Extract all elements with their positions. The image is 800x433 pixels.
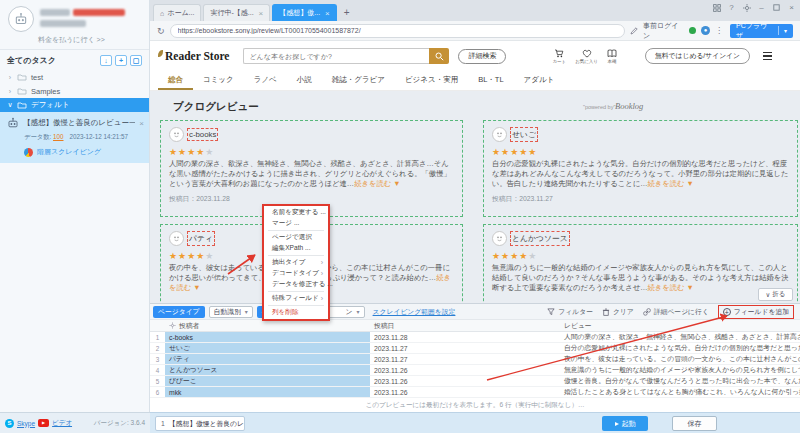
menu-item-special-field[interactable]: 特殊フィールド›	[264, 293, 328, 304]
nav-tab-business[interactable]: ビジネス・実用	[395, 71, 468, 90]
table-row[interactable]: 6mkk2023.11.26婚活したことある身としてはなんとも胸が痛むこれ、いろ…	[150, 387, 800, 398]
menu-item-extract-type[interactable]: 抽出タイプ›	[264, 257, 328, 268]
close-task-icon[interactable]: ×	[139, 119, 144, 128]
tab-current-task[interactable]: 【感想】傲... ×	[272, 4, 337, 21]
url-input[interactable]	[170, 24, 625, 38]
menu-item-select-on-page[interactable]: ページで選択	[264, 232, 328, 243]
folder-icon	[17, 73, 27, 81]
edit-pencil-icon[interactable]	[630, 27, 638, 35]
new-task-button[interactable]: ▢	[130, 55, 142, 66]
collapse-label: 折る	[772, 290, 785, 299]
new-group-button[interactable]: +	[115, 55, 127, 66]
table-row[interactable]: 1c-books2023.11.28人間の業の深さ、欲深さ、無神経さ、無関心さ、…	[150, 332, 800, 343]
tab-running-task[interactable]: 実行中-【感... ×	[203, 4, 270, 21]
advanced-search-button[interactable]: 詳細検索	[458, 49, 506, 64]
save-button[interactable]: 保存	[672, 416, 717, 431]
nav-tab-adult[interactable]: アダルト	[514, 71, 565, 90]
reviewer-name[interactable]: パティ	[189, 233, 213, 244]
cart-button[interactable]: カート	[552, 49, 566, 64]
task-item[interactable]: 【感想】傲慢と善良のレビュー一覧(ソニ... × データ数: 100 2023-…	[0, 112, 149, 163]
tree-item-samples[interactable]: › Samples	[0, 84, 149, 98]
table-header: 投稿者 投稿日 レビュー	[150, 320, 800, 332]
settings-gear-icon[interactable]	[742, 3, 751, 12]
run-button[interactable]: 起動	[602, 416, 648, 431]
review-card[interactable]: せいご ★★★★★ 自分の恋愛観が丸裸にされたような気分。自分だけの個別的な思考…	[483, 120, 798, 217]
tab-home[interactable]: ⌂ ホーム...	[153, 4, 201, 21]
new-tab-button[interactable]: +	[339, 7, 355, 18]
video-link[interactable]: ビデオ	[52, 419, 72, 428]
read-more-link[interactable]: 続きを読む ▼	[647, 179, 693, 188]
nav-tab-bltl[interactable]: BL・TL	[468, 71, 513, 90]
goto-detail-page-button[interactable]: 詳細ページに行く	[643, 307, 709, 317]
nav-tab-comic[interactable]: コミック	[193, 71, 244, 90]
reviewer-name[interactable]: c-books	[189, 130, 216, 139]
nav-tab-novel[interactable]: 小説	[287, 71, 322, 90]
search-button[interactable]	[429, 48, 449, 64]
browser-mode-button[interactable]: PCブラウザ ▾	[730, 24, 793, 38]
store-logo[interactable]: Reader Store	[158, 50, 229, 62]
menu-item-merge[interactable]: マージ ...	[264, 218, 328, 229]
grid-menu-icon[interactable]	[712, 3, 721, 12]
tree-item-label: デフォルト	[31, 100, 69, 110]
menu-item-edit-xpath[interactable]: 編集XPath ...	[264, 243, 328, 254]
clear-button[interactable]: クリア	[602, 307, 634, 317]
filter-button[interactable]: フィルター	[547, 307, 593, 317]
skype-link[interactable]: Skype	[17, 420, 35, 427]
maximize-button[interactable]	[772, 3, 781, 12]
data-count-link[interactable]: 100	[53, 133, 64, 140]
store-logo-text: Reader Store	[165, 50, 229, 62]
user-avatar[interactable]	[8, 6, 34, 32]
read-more-link[interactable]: 続きを読む ▼	[647, 283, 693, 292]
read-more-link[interactable]: 続きを読む ▼	[354, 179, 400, 188]
column-header-review[interactable]: レビュー	[560, 321, 800, 331]
close-tab-icon[interactable]: ×	[259, 9, 264, 18]
menu-item-rename[interactable]: 名前を変更する ...	[264, 207, 328, 218]
reviewer-name[interactable]: とんかつソース	[512, 233, 568, 244]
column-header-author[interactable]: 投稿者	[165, 321, 370, 331]
collapse-panel-button[interactable]: ∨ 折る	[758, 288, 793, 301]
minimize-button[interactable]: –	[757, 3, 766, 12]
reviewer-name[interactable]: せいご	[512, 129, 536, 140]
menu-item-decode-type[interactable]: デコードタイプ›	[264, 268, 328, 279]
nav-tab-lanobe[interactable]: ラノベ	[244, 71, 287, 90]
close-window-button[interactable]: ×	[787, 3, 796, 12]
hamburger-menu-icon[interactable]	[763, 52, 772, 61]
bookshelf-button[interactable]: 本棚	[607, 49, 617, 64]
help-icon[interactable]: ?	[727, 3, 736, 12]
page-type-select[interactable]: 自動識別▾	[209, 306, 253, 318]
column-header-date[interactable]: 投稿日	[370, 321, 560, 331]
close-tab-icon[interactable]: ×	[325, 9, 330, 18]
skype-icon: S	[5, 419, 14, 428]
table-row[interactable]: 3パティ2023.11.27夜の中を、彼女は走っている。この冒頭の一文から、この…	[150, 354, 800, 365]
menu-separator	[268, 291, 324, 292]
user-status-icon[interactable]: ●	[701, 26, 710, 35]
favorites-button[interactable]: お気に入り	[575, 49, 598, 64]
tree-item-default[interactable]: ∨ デフォルト	[0, 98, 149, 112]
scrape-range-link[interactable]: スクレイピング範囲を設定	[373, 307, 456, 317]
table-row[interactable]: 4とんかつソース2023.11.26無意識のうちに一般的な結婚のイメージや家族友…	[150, 365, 800, 376]
search-input[interactable]	[243, 48, 429, 64]
more-options-icon[interactable]: ⋮	[715, 26, 723, 35]
store-header-icons: カート お気に入り 本棚	[552, 49, 617, 64]
table-row[interactable]: 2せいご2023.11.27自分の恋愛観が丸裸にされたような気分。自分だけの個別…	[150, 343, 800, 354]
signin-button[interactable]: 無料ではじめる/サインイン	[645, 48, 750, 64]
pay-link[interactable]: 料金を払うに行く >>	[0, 34, 149, 50]
table-row[interactable]: 5びびーこ2023.11.26傲慢と善良。自分がなんで傲慢なんだろうと思った時に…	[150, 376, 800, 387]
import-task-button[interactable]: ↓	[100, 55, 112, 66]
review-card[interactable]: とんかつソース ★★★★★ 無意識のうちに一般的な結婚のイメージや家族友人からの…	[483, 224, 798, 303]
refresh-icon[interactable]: ↻	[157, 26, 165, 36]
review-card[interactable]: c-books ★★★★★ 人間の業の深さ、欲深さ、無神経さ、無関心さ、残酷さ、…	[160, 120, 463, 217]
nav-tab-general[interactable]: 総合	[158, 71, 193, 90]
task-tab-chip[interactable]: 1 【感想】傲慢と善良のレビュー...	[155, 416, 245, 431]
submenu-arrow-icon: ›	[321, 259, 323, 266]
tree-item-test[interactable]: › test	[0, 70, 149, 84]
nav-tab-magazine[interactable]: 雑誌・グラビア	[322, 71, 395, 90]
menu-item-delete-column[interactable]: 列を削除	[264, 307, 328, 318]
menu-item-modify-data[interactable]: データを修正する ...	[264, 279, 328, 290]
add-field-button[interactable]: +フィールドを追加	[718, 305, 794, 319]
version-label: バージョン: 3.6.4	[94, 419, 145, 428]
cart-icon	[554, 49, 564, 58]
review-cards: c-books ★★★★★ 人間の業の深さ、欲深さ、無神経さ、無関心さ、残酷さ、…	[160, 120, 798, 303]
page-type-button[interactable]: ページタイプ	[153, 306, 205, 318]
prelogin-label[interactable]: 事前ログイン	[643, 21, 684, 41]
